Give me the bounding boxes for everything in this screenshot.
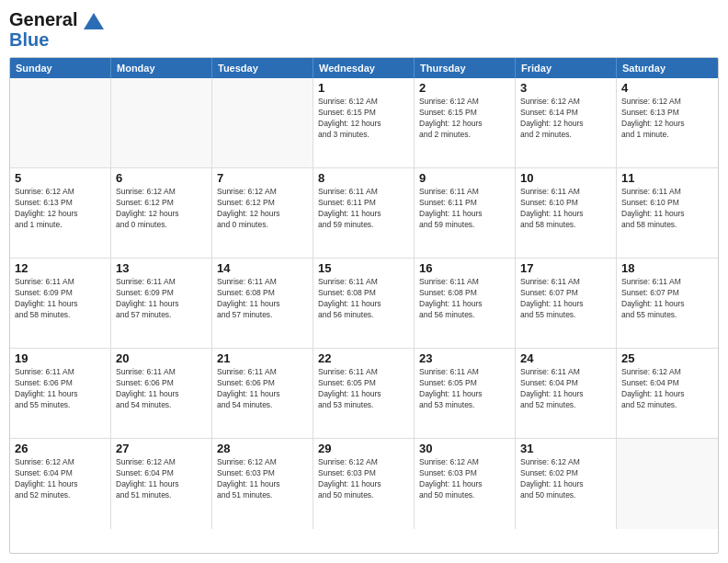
day-number: 10 <box>520 171 611 185</box>
day-number: 17 <box>520 261 611 275</box>
logo: General Blue <box>9 9 104 50</box>
page: General Blue SundayMondayTuesdayWednesda… <box>0 0 728 563</box>
day-info: Sunrise: 6:12 AM Sunset: 6:03 PM Dayligh… <box>217 457 308 501</box>
calendar-cell: 21Sunrise: 6:11 AM Sunset: 6:06 PM Dayli… <box>212 349 313 438</box>
day-info: Sunrise: 6:11 AM Sunset: 6:08 PM Dayligh… <box>217 277 308 321</box>
day-info: Sunrise: 6:11 AM Sunset: 6:08 PM Dayligh… <box>419 277 510 321</box>
day-info: Sunrise: 6:11 AM Sunset: 6:07 PM Dayligh… <box>621 277 713 321</box>
day-info: Sunrise: 6:12 AM Sunset: 6:13 PM Dayligh… <box>15 187 106 231</box>
day-info: Sunrise: 6:12 AM Sunset: 6:04 PM Dayligh… <box>15 457 106 501</box>
calendar-row-4: 19Sunrise: 6:11 AM Sunset: 6:06 PM Dayli… <box>10 349 718 439</box>
day-number: 21 <box>217 351 308 365</box>
calendar-row-5: 26Sunrise: 6:12 AM Sunset: 6:04 PM Dayli… <box>10 439 718 529</box>
calendar-cell: 2Sunrise: 6:12 AM Sunset: 6:15 PM Daylig… <box>415 78 516 167</box>
calendar-cell: 9Sunrise: 6:11 AM Sunset: 6:11 PM Daylig… <box>415 168 516 258</box>
day-info: Sunrise: 6:11 AM Sunset: 6:06 PM Dayligh… <box>15 367 106 411</box>
calendar-cell: 3Sunrise: 6:12 AM Sunset: 6:14 PM Daylig… <box>516 78 617 167</box>
calendar-cell: 25Sunrise: 6:12 AM Sunset: 6:04 PM Dayli… <box>617 349 718 438</box>
calendar-row-2: 5Sunrise: 6:12 AM Sunset: 6:13 PM Daylig… <box>10 168 718 259</box>
day-info: Sunrise: 6:12 AM Sunset: 6:12 PM Dayligh… <box>116 187 207 231</box>
day-info: Sunrise: 6:11 AM Sunset: 6:05 PM Dayligh… <box>318 367 409 411</box>
calendar-cell <box>111 78 212 167</box>
day-number: 12 <box>15 261 106 275</box>
day-number: 24 <box>520 351 611 365</box>
calendar-cell <box>617 439 718 529</box>
day-info: Sunrise: 6:11 AM Sunset: 6:05 PM Dayligh… <box>419 367 510 411</box>
calendar-cell: 14Sunrise: 6:11 AM Sunset: 6:08 PM Dayli… <box>212 259 313 348</box>
calendar-cell: 23Sunrise: 6:11 AM Sunset: 6:05 PM Dayli… <box>415 349 516 438</box>
day-number: 19 <box>15 351 106 365</box>
calendar-cell: 11Sunrise: 6:11 AM Sunset: 6:10 PM Dayli… <box>617 168 718 258</box>
calendar-cell: 29Sunrise: 6:12 AM Sunset: 6:03 PM Dayli… <box>313 439 415 529</box>
day-info: Sunrise: 6:11 AM Sunset: 6:04 PM Dayligh… <box>520 367 611 411</box>
day-number: 7 <box>217 171 308 185</box>
day-number: 23 <box>419 351 510 365</box>
day-info: Sunrise: 6:11 AM Sunset: 6:11 PM Dayligh… <box>419 187 510 231</box>
day-info: Sunrise: 6:12 AM Sunset: 6:04 PM Dayligh… <box>621 367 713 411</box>
day-info: Sunrise: 6:12 AM Sunset: 6:14 PM Dayligh… <box>520 97 611 141</box>
day-number: 1 <box>318 81 409 95</box>
day-info: Sunrise: 6:11 AM Sunset: 6:11 PM Dayligh… <box>318 187 409 231</box>
day-number: 5 <box>15 171 106 185</box>
logo-general: General <box>9 9 77 29</box>
day-number: 16 <box>419 261 510 275</box>
day-number: 25 <box>621 351 713 365</box>
day-number: 9 <box>419 171 510 185</box>
calendar-cell: 10Sunrise: 6:11 AM Sunset: 6:10 PM Dayli… <box>516 168 617 258</box>
calendar-cell: 30Sunrise: 6:12 AM Sunset: 6:03 PM Dayli… <box>415 439 516 529</box>
day-info: Sunrise: 6:12 AM Sunset: 6:15 PM Dayligh… <box>419 97 510 141</box>
day-number: 6 <box>116 171 207 185</box>
calendar-cell: 19Sunrise: 6:11 AM Sunset: 6:06 PM Dayli… <box>10 349 111 438</box>
logo-blue: Blue <box>9 29 104 50</box>
day-info: Sunrise: 6:11 AM Sunset: 6:09 PM Dayligh… <box>116 277 207 321</box>
day-number: 8 <box>318 171 409 185</box>
day-info: Sunrise: 6:12 AM Sunset: 6:03 PM Dayligh… <box>318 457 409 501</box>
calendar-header: SundayMondayTuesdayWednesdayThursdayFrid… <box>10 58 718 78</box>
day-info: Sunrise: 6:12 AM Sunset: 6:13 PM Dayligh… <box>621 97 713 141</box>
calendar-cell: 1Sunrise: 6:12 AM Sunset: 6:15 PM Daylig… <box>313 78 415 167</box>
calendar-cell: 31Sunrise: 6:12 AM Sunset: 6:02 PM Dayli… <box>516 439 617 529</box>
day-info: Sunrise: 6:11 AM Sunset: 6:06 PM Dayligh… <box>217 367 308 411</box>
weekday-header-friday: Friday <box>516 58 617 78</box>
weekday-header-thursday: Thursday <box>415 58 516 78</box>
day-number: 31 <box>520 442 611 455</box>
calendar-cell: 20Sunrise: 6:11 AM Sunset: 6:06 PM Dayli… <box>111 349 212 438</box>
day-number: 29 <box>318 442 409 455</box>
calendar-cell: 22Sunrise: 6:11 AM Sunset: 6:05 PM Dayli… <box>313 349 415 438</box>
weekday-header-wednesday: Wednesday <box>313 58 415 78</box>
day-number: 11 <box>621 171 713 185</box>
calendar-cell <box>10 78 111 167</box>
calendar-cell: 24Sunrise: 6:11 AM Sunset: 6:04 PM Dayli… <box>516 349 617 438</box>
day-number: 2 <box>419 81 510 95</box>
calendar-cell: 26Sunrise: 6:12 AM Sunset: 6:04 PM Dayli… <box>10 439 111 529</box>
calendar-cell: 5Sunrise: 6:12 AM Sunset: 6:13 PM Daylig… <box>10 168 111 258</box>
logo-icon <box>84 13 104 29</box>
calendar-cell: 6Sunrise: 6:12 AM Sunset: 6:12 PM Daylig… <box>111 168 212 258</box>
day-info: Sunrise: 6:11 AM Sunset: 6:09 PM Dayligh… <box>15 277 106 321</box>
day-number: 14 <box>217 261 308 275</box>
calendar-cell: 12Sunrise: 6:11 AM Sunset: 6:09 PM Dayli… <box>10 259 111 348</box>
calendar-cell: 17Sunrise: 6:11 AM Sunset: 6:07 PM Dayli… <box>516 259 617 348</box>
day-info: Sunrise: 6:12 AM Sunset: 6:03 PM Dayligh… <box>419 457 510 501</box>
day-number: 20 <box>116 351 207 365</box>
calendar-cell: 27Sunrise: 6:12 AM Sunset: 6:04 PM Dayli… <box>111 439 212 529</box>
weekday-header-monday: Monday <box>111 58 212 78</box>
calendar-cell <box>212 78 313 167</box>
day-number: 4 <box>621 81 713 95</box>
day-info: Sunrise: 6:11 AM Sunset: 6:08 PM Dayligh… <box>318 277 409 321</box>
weekday-header-sunday: Sunday <box>10 58 111 78</box>
calendar-cell: 15Sunrise: 6:11 AM Sunset: 6:08 PM Dayli… <box>313 259 415 348</box>
weekday-header-saturday: Saturday <box>617 58 718 78</box>
calendar-cell: 8Sunrise: 6:11 AM Sunset: 6:11 PM Daylig… <box>313 168 415 258</box>
day-number: 15 <box>318 261 409 275</box>
day-info: Sunrise: 6:11 AM Sunset: 6:07 PM Dayligh… <box>520 277 611 321</box>
day-info: Sunrise: 6:11 AM Sunset: 6:10 PM Dayligh… <box>621 187 713 231</box>
weekday-header-tuesday: Tuesday <box>212 58 313 78</box>
calendar-row-3: 12Sunrise: 6:11 AM Sunset: 6:09 PM Dayli… <box>10 259 718 349</box>
calendar-row-1: 1Sunrise: 6:12 AM Sunset: 6:15 PM Daylig… <box>10 78 718 168</box>
day-number: 26 <box>15 442 106 455</box>
calendar-body: 1Sunrise: 6:12 AM Sunset: 6:15 PM Daylig… <box>10 78 718 529</box>
calendar-cell: 13Sunrise: 6:11 AM Sunset: 6:09 PM Dayli… <box>111 259 212 348</box>
day-number: 22 <box>318 351 409 365</box>
day-info: Sunrise: 6:12 AM Sunset: 6:15 PM Dayligh… <box>318 97 409 141</box>
